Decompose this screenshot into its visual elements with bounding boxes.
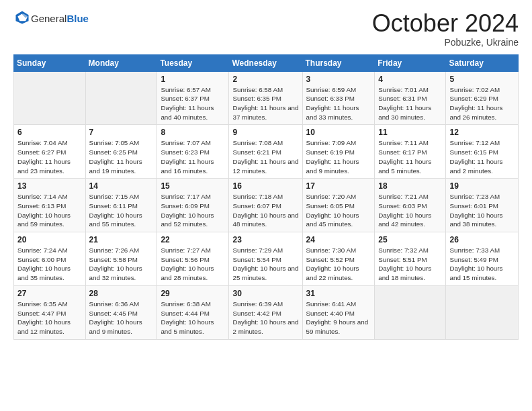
calendar-week-4: 20Sunrise: 7:24 AMSunset: 6:00 PMDayligh… <box>14 232 519 286</box>
calendar-week-2: 6Sunrise: 7:04 AMSunset: 6:27 PMDaylight… <box>14 125 519 179</box>
day-info: Sunrise: 7:23 AMSunset: 6:01 PMDaylight:… <box>449 192 515 229</box>
calendar-cell: 5Sunrise: 7:02 AMSunset: 6:29 PMDaylight… <box>446 71 519 125</box>
day-number: 9 <box>232 128 298 137</box>
day-number: 3 <box>306 75 371 84</box>
calendar-cell: 22Sunrise: 7:27 AMSunset: 5:56 PMDayligh… <box>157 232 229 286</box>
day-info: Sunrise: 7:05 AMSunset: 6:25 PMDaylight:… <box>89 138 154 175</box>
location-subtitle: Pobuzke, Ukraine <box>372 37 519 48</box>
calendar-cell: 28Sunrise: 6:36 AMSunset: 4:45 PMDayligh… <box>85 285 157 339</box>
day-info: Sunrise: 7:32 AMSunset: 5:51 PMDaylight:… <box>378 246 442 283</box>
day-info: Sunrise: 6:59 AMSunset: 6:33 PMDaylight:… <box>306 85 371 122</box>
calendar-header-row: SundayMondayTuesdayWednesdayThursdayFrid… <box>14 54 519 71</box>
calendar-week-3: 13Sunrise: 7:14 AMSunset: 6:13 PMDayligh… <box>14 179 519 232</box>
day-info: Sunrise: 6:58 AMSunset: 6:35 PMDaylight:… <box>232 85 298 122</box>
day-number: 16 <box>232 181 298 191</box>
day-info: Sunrise: 7:30 AMSunset: 5:52 PMDaylight:… <box>306 246 371 283</box>
day-number: 29 <box>161 289 225 298</box>
calendar-cell: 4Sunrise: 7:01 AMSunset: 6:31 PMDaylight… <box>375 71 446 125</box>
calendar-cell: 10Sunrise: 7:09 AMSunset: 6:19 PMDayligh… <box>302 125 375 179</box>
logo-blue: Blue <box>66 13 89 24</box>
calendar-cell <box>85 71 157 125</box>
day-number: 20 <box>17 235 82 244</box>
calendar-cell <box>14 71 86 125</box>
day-number: 4 <box>378 75 442 84</box>
day-number: 1 <box>161 75 225 84</box>
calendar-cell: 14Sunrise: 7:15 AMSunset: 6:11 PMDayligh… <box>85 179 157 232</box>
day-number: 24 <box>306 235 371 244</box>
day-info: Sunrise: 7:08 AMSunset: 6:21 PMDaylight:… <box>232 138 298 175</box>
day-info: Sunrise: 6:39 AMSunset: 4:42 PMDaylight:… <box>232 300 298 336</box>
calendar-week-5: 27Sunrise: 6:35 AMSunset: 4:47 PMDayligh… <box>14 285 519 339</box>
calendar-cell: 1Sunrise: 6:57 AMSunset: 6:37 PMDaylight… <box>157 71 229 125</box>
calendar-cell: 25Sunrise: 7:32 AMSunset: 5:51 PMDayligh… <box>375 232 446 286</box>
calendar-cell: 7Sunrise: 7:05 AMSunset: 6:25 PMDaylight… <box>85 125 157 179</box>
day-number: 30 <box>232 289 298 298</box>
calendar-cell: 11Sunrise: 7:11 AMSunset: 6:17 PMDayligh… <box>375 125 446 179</box>
day-info: Sunrise: 7:12 AMSunset: 6:15 PMDaylight:… <box>449 138 515 175</box>
month-title: October 2024 <box>372 10 519 37</box>
day-number: 11 <box>378 128 442 137</box>
calendar-cell: 16Sunrise: 7:18 AMSunset: 6:07 PMDayligh… <box>229 179 302 232</box>
day-info: Sunrise: 7:20 AMSunset: 6:05 PMDaylight:… <box>306 192 371 229</box>
weekday-header-friday: Friday <box>375 54 446 71</box>
calendar-cell: 26Sunrise: 7:33 AMSunset: 5:49 PMDayligh… <box>446 232 519 286</box>
weekday-header-monday: Monday <box>85 54 157 71</box>
page: GeneralBlue October 2024 Pobuzke, Ukrain… <box>0 0 532 411</box>
weekday-header-tuesday: Tuesday <box>157 54 229 71</box>
day-info: Sunrise: 7:17 AMSunset: 6:09 PMDaylight:… <box>161 192 225 229</box>
day-number: 23 <box>232 235 298 244</box>
day-number: 18 <box>378 181 442 191</box>
day-info: Sunrise: 7:18 AMSunset: 6:07 PMDaylight:… <box>232 192 298 229</box>
calendar-cell: 3Sunrise: 6:59 AMSunset: 6:33 PMDaylight… <box>302 71 375 125</box>
day-info: Sunrise: 7:02 AMSunset: 6:29 PMDaylight:… <box>449 85 515 122</box>
day-info: Sunrise: 7:07 AMSunset: 6:23 PMDaylight:… <box>161 138 225 175</box>
calendar-cell: 18Sunrise: 7:21 AMSunset: 6:03 PMDayligh… <box>375 179 446 232</box>
day-info: Sunrise: 7:09 AMSunset: 6:19 PMDaylight:… <box>306 138 371 175</box>
day-info: Sunrise: 7:04 AMSunset: 6:27 PMDaylight:… <box>17 138 82 175</box>
day-info: Sunrise: 7:27 AMSunset: 5:56 PMDaylight:… <box>161 246 225 283</box>
day-number: 25 <box>378 235 442 244</box>
day-number: 17 <box>306 181 371 191</box>
calendar-cell: 2Sunrise: 6:58 AMSunset: 6:35 PMDaylight… <box>229 71 302 125</box>
calendar-cell: 21Sunrise: 7:26 AMSunset: 5:58 PMDayligh… <box>85 232 157 286</box>
day-info: Sunrise: 7:24 AMSunset: 6:00 PMDaylight:… <box>17 246 82 283</box>
day-info: Sunrise: 6:57 AMSunset: 6:37 PMDaylight:… <box>161 85 225 122</box>
day-number: 5 <box>449 75 515 84</box>
weekday-header-saturday: Saturday <box>446 54 519 71</box>
day-number: 6 <box>17 128 82 137</box>
day-info: Sunrise: 7:14 AMSunset: 6:13 PMDaylight:… <box>17 192 82 229</box>
calendar-cell: 30Sunrise: 6:39 AMSunset: 4:42 PMDayligh… <box>229 285 302 339</box>
weekday-header-sunday: Sunday <box>14 54 86 71</box>
calendar-cell: 15Sunrise: 7:17 AMSunset: 6:09 PMDayligh… <box>157 179 229 232</box>
weekday-header-wednesday: Wednesday <box>229 54 302 71</box>
header: GeneralBlue October 2024 Pobuzke, Ukrain… <box>13 10 519 48</box>
calendar-week-1: 1Sunrise: 6:57 AMSunset: 6:37 PMDaylight… <box>14 71 519 125</box>
weekday-header-thursday: Thursday <box>302 54 375 71</box>
day-number: 12 <box>449 128 515 137</box>
calendar-cell: 12Sunrise: 7:12 AMSunset: 6:15 PMDayligh… <box>446 125 519 179</box>
logo-general: General <box>31 13 66 24</box>
day-info: Sunrise: 6:36 AMSunset: 4:45 PMDaylight:… <box>89 300 154 336</box>
day-number: 14 <box>89 181 154 191</box>
logo-icon <box>15 10 30 25</box>
calendar-cell: 9Sunrise: 7:08 AMSunset: 6:21 PMDaylight… <box>229 125 302 179</box>
day-info: Sunrise: 7:21 AMSunset: 6:03 PMDaylight:… <box>378 192 442 229</box>
calendar-table: SundayMondayTuesdayWednesdayThursdayFrid… <box>13 54 519 340</box>
day-number: 27 <box>17 289 82 298</box>
logo: GeneralBlue <box>13 10 89 28</box>
calendar-cell: 19Sunrise: 7:23 AMSunset: 6:01 PMDayligh… <box>446 179 519 232</box>
logo-text: GeneralBlue <box>31 13 89 25</box>
day-number: 2 <box>232 75 298 84</box>
day-info: Sunrise: 7:01 AMSunset: 6:31 PMDaylight:… <box>378 85 442 122</box>
day-info: Sunrise: 7:11 AMSunset: 6:17 PMDaylight:… <box>378 138 442 175</box>
calendar-cell: 6Sunrise: 7:04 AMSunset: 6:27 PMDaylight… <box>14 125 86 179</box>
day-number: 19 <box>449 181 515 191</box>
day-number: 28 <box>89 289 154 298</box>
calendar-cell: 8Sunrise: 7:07 AMSunset: 6:23 PMDaylight… <box>157 125 229 179</box>
title-block: October 2024 Pobuzke, Ukraine <box>372 10 519 48</box>
day-number: 21 <box>89 235 154 244</box>
calendar-cell: 13Sunrise: 7:14 AMSunset: 6:13 PMDayligh… <box>14 179 86 232</box>
calendar-cell: 27Sunrise: 6:35 AMSunset: 4:47 PMDayligh… <box>14 285 86 339</box>
day-info: Sunrise: 6:35 AMSunset: 4:47 PMDaylight:… <box>17 300 82 336</box>
day-number: 7 <box>89 128 154 137</box>
